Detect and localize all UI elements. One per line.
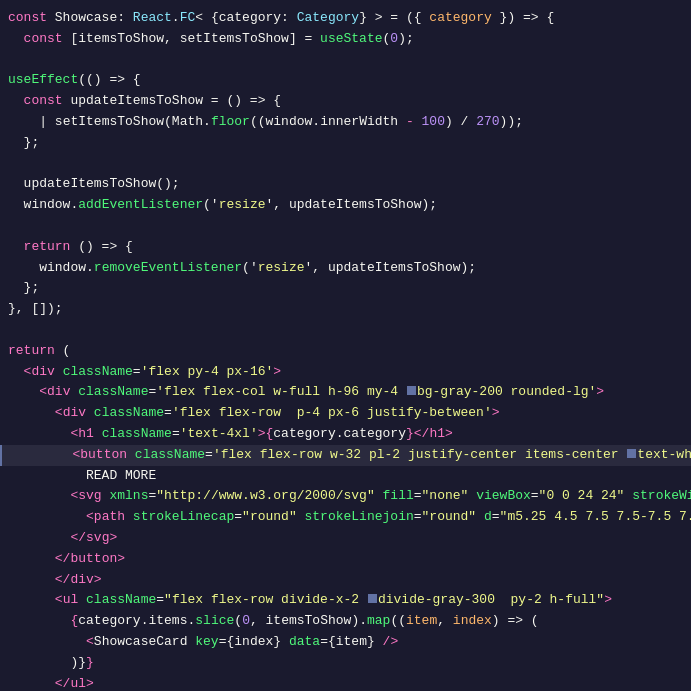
token: = (148, 382, 156, 403)
token: > (273, 362, 281, 383)
token: div (63, 403, 86, 424)
token: const (24, 29, 71, 50)
token: "round" (422, 507, 477, 528)
color-square-icon (368, 594, 377, 603)
token: category (219, 8, 281, 29)
token: updateItemsToShow (328, 258, 461, 279)
token (406, 382, 417, 403)
token: </ (55, 674, 71, 692)
token: return (8, 341, 63, 362)
token: item (406, 611, 437, 632)
code-line: <div className='flex py-4 px-16'> (0, 362, 691, 383)
token: , (250, 611, 266, 632)
token: ul (70, 674, 86, 692)
token: . (203, 112, 211, 133)
token: = (492, 507, 500, 528)
code-line: }; (0, 133, 691, 154)
code-line: return ( (0, 341, 691, 362)
token: ', (265, 195, 288, 216)
code-line: <svg xmlns="http://www.w3.org/2000/svg" … (0, 486, 691, 507)
token: > (445, 424, 453, 445)
token: (' (242, 258, 258, 279)
code-line: const Showcase: React.FC< {category: Cat… (0, 8, 691, 29)
token: ( (234, 611, 242, 632)
token: = (414, 486, 422, 507)
token: setItemsToShow (55, 112, 164, 133)
token: "0 0 24 24" (539, 486, 625, 507)
token: ); (422, 195, 438, 216)
token: . (187, 611, 195, 632)
token: < (72, 445, 80, 466)
token: { (70, 611, 78, 632)
token: () => { (78, 237, 133, 258)
code-line (0, 216, 691, 237)
token: svg (78, 486, 101, 507)
token: . (336, 424, 344, 445)
token: className (135, 445, 205, 466)
token: 'text-4xl' (180, 424, 258, 445)
token: Category (297, 8, 359, 29)
token: < (86, 507, 94, 528)
token: category (429, 8, 491, 29)
token (125, 507, 133, 528)
token: . (312, 112, 320, 133)
token: }) => { (492, 8, 554, 29)
token: className (102, 424, 172, 445)
code-line: {category.items.slice(0, itemsToShow).ma… (0, 611, 691, 632)
token: strokeLinejoin (305, 507, 414, 528)
code-line: <button className='flex flex-row w-32 pl… (0, 445, 691, 466)
token (375, 486, 383, 507)
code-line: return () => { (0, 237, 691, 258)
code-line: }; (0, 278, 691, 299)
token (78, 590, 86, 611)
token: category (273, 424, 335, 445)
token: ). (351, 611, 367, 632)
token: divide-gray-300 py-2 h-full" (378, 590, 604, 611)
token: updateItemsToShow (70, 91, 203, 112)
token: < (39, 382, 47, 403)
code-line: }, []); (0, 299, 691, 320)
token: (); (156, 174, 179, 195)
token: category (78, 611, 140, 632)
token: h1 (78, 424, 94, 445)
code-line: updateItemsToShow(); (0, 174, 691, 195)
token: svg (86, 528, 109, 549)
token: removeEventListener (94, 258, 242, 279)
token: FC (180, 8, 196, 29)
token: > (492, 403, 500, 424)
token: , (164, 29, 180, 50)
token: } (273, 632, 281, 653)
token (626, 445, 637, 466)
token: useState (320, 29, 382, 50)
token (127, 445, 135, 466)
token: "round" (242, 507, 297, 528)
token: , (437, 611, 453, 632)
code-line: READ MORE (0, 466, 691, 487)
token: updateItemsToShow (289, 195, 422, 216)
code-line: <h1 className='text-4xl'>{category.categ… (0, 424, 691, 445)
code-line: window.addEventListener('resize', update… (0, 195, 691, 216)
token: data (289, 632, 320, 653)
code-line: <ul className="flex flex-row divide-x-2 … (0, 590, 691, 611)
token: >{ (258, 424, 274, 445)
token: viewBox (476, 486, 531, 507)
token: button (80, 445, 127, 466)
token: setItemsToShow (180, 29, 289, 50)
token: "http://www.w3.org/2000/svg" (156, 486, 374, 507)
token: }; (24, 278, 40, 299)
code-line: </div> (0, 570, 691, 591)
token: > (94, 570, 102, 591)
token: . (70, 195, 78, 216)
token: ul (63, 590, 79, 611)
token: div (47, 382, 70, 403)
code-line: const [itemsToShow, setItemsToShow] = us… (0, 29, 691, 50)
token: (( (390, 611, 406, 632)
code-line: </button> (0, 549, 691, 570)
token: = (164, 403, 172, 424)
code-line: <path strokeLinecap="round" strokeLinejo… (0, 507, 691, 528)
code-line: const updateItemsToShow = () => { (0, 91, 691, 112)
token (367, 590, 378, 611)
token: className (94, 403, 164, 424)
token: 100 (422, 112, 445, 133)
code-line (0, 320, 691, 341)
